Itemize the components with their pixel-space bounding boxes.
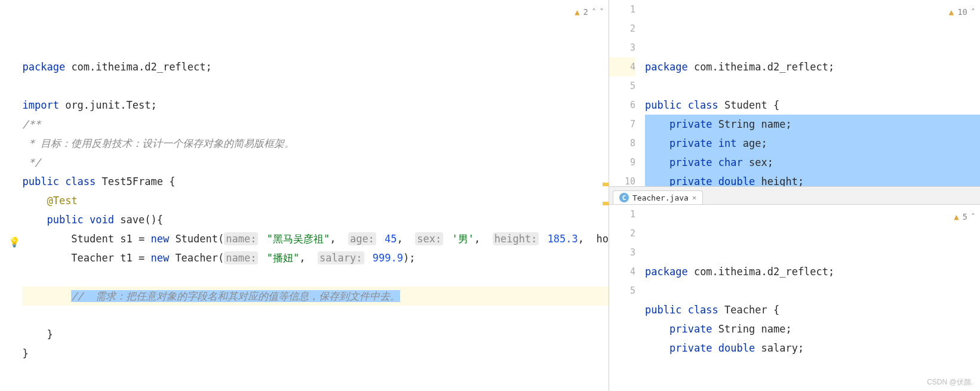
left-gutter: 💡 (0, 0, 20, 391)
code-line[interactable]: private String name; (645, 115, 980, 134)
warning-count: 5 (963, 207, 967, 226)
warnings-indicator-right-top[interactable]: ▲ 10 ˄ (949, 2, 975, 21)
code-line[interactable] (22, 267, 609, 287)
right-bottom-editor[interactable]: 12345 ▲ 5 ˄ package com.itheima.d2_refle… (609, 205, 980, 391)
code-line[interactable]: private int age; (645, 134, 980, 153)
code-line[interactable]: @Test (22, 191, 609, 210)
left-editor-pane: 💡 ▲ 2 ˄ ˅ package com.itheima.d2_reflect… (0, 0, 609, 391)
code-line[interactable]: } (22, 344, 609, 363)
code-line[interactable] (22, 76, 609, 96)
code-line[interactable]: // 需求：把任意对象的字段名和其对应的值等信息，保存到文件中去。 (22, 287, 609, 306)
code-line[interactable]: } (22, 325, 609, 344)
code-line[interactable] (22, 306, 609, 325)
tab-teacher[interactable]: C Teacher.java ✕ (613, 190, 703, 204)
code-line[interactable]: private double salary; (645, 338, 980, 358)
chevron-up-icon[interactable]: ˄ (592, 2, 596, 21)
warning-icon: ▲ (575, 2, 579, 21)
warning-icon: ▲ (954, 207, 959, 226)
code-line[interactable]: public class Test5Frame { (22, 172, 609, 191)
right-top-editor[interactable]: 1234567891011121314 ▲ 10 ˄ package com.i… (609, 0, 980, 187)
right-top-gutter: 1234567891011121314 (609, 0, 643, 186)
code-line[interactable]: private double height; (645, 172, 980, 187)
code-line[interactable]: public void save(){ (22, 210, 609, 229)
right-top-code[interactable]: ▲ 10 ˄ package com.itheima.d2_reflect;pu… (643, 0, 980, 186)
right-pane: 1234567891011121314 ▲ 10 ˄ package com.i… (609, 0, 980, 391)
warnings-indicator-left[interactable]: ▲ 2 ˄ ˅ (575, 2, 604, 21)
warning-icon: ▲ (949, 2, 954, 21)
left-code[interactable]: ▲ 2 ˄ ˅ package com.itheima.d2_reflect;i… (20, 0, 609, 391)
code-line[interactable]: package com.itheima.d2_reflect; (22, 57, 609, 76)
tab-label: Teacher.java (632, 193, 689, 202)
code-line[interactable]: Student s1 = new Student(name: "黑马吴彦祖", … (22, 229, 609, 248)
code-line[interactable]: */ (22, 153, 609, 172)
class-file-icon: C (619, 193, 629, 202)
code-line[interactable] (645, 76, 980, 96)
code-line[interactable]: * 目标：使用反射技术：设计一个保存对象的简易版框架。 (22, 134, 609, 153)
intention-bulb-icon[interactable]: 💡 (8, 233, 20, 252)
warning-count: 2 (583, 2, 588, 21)
code-line[interactable]: private char sex; (645, 153, 980, 172)
code-line[interactable]: package com.itheima.d2_reflect; (645, 57, 980, 76)
close-icon[interactable]: ✕ (692, 193, 696, 202)
code-line[interactable]: /** (22, 115, 609, 134)
warning-count: 10 (957, 2, 967, 21)
right-bottom-gutter: 12345 (609, 205, 643, 391)
warnings-indicator-right-bottom[interactable]: ▲ 5 ˄ (954, 207, 975, 226)
right-bottom-code[interactable]: ▲ 5 ˄ package com.itheima.d2_reflect;pub… (643, 205, 980, 391)
code-line[interactable]: package com.itheima.d2_reflect; (645, 262, 980, 281)
code-line[interactable]: private String name; (645, 319, 980, 338)
watermark: CSDN @伏颜. (927, 377, 973, 387)
chevron-up-icon[interactable]: ˄ (971, 207, 975, 226)
code-line[interactable]: Teacher t1 = new Teacher(name: "播妞", sal… (22, 248, 609, 267)
chevron-up-icon[interactable]: ˄ (971, 2, 975, 21)
tab-bar: C Teacher.java ✕ (609, 187, 980, 205)
left-editor[interactable]: 💡 ▲ 2 ˄ ˅ package com.itheima.d2_reflect… (0, 0, 609, 391)
code-line[interactable]: import org.junit.Test; (22, 96, 609, 115)
code-line[interactable]: public class Teacher { (645, 300, 980, 319)
code-line[interactable]: public class Student { (645, 96, 980, 115)
chevron-down-icon[interactable]: ˅ (600, 2, 604, 21)
code-line[interactable] (645, 281, 980, 300)
